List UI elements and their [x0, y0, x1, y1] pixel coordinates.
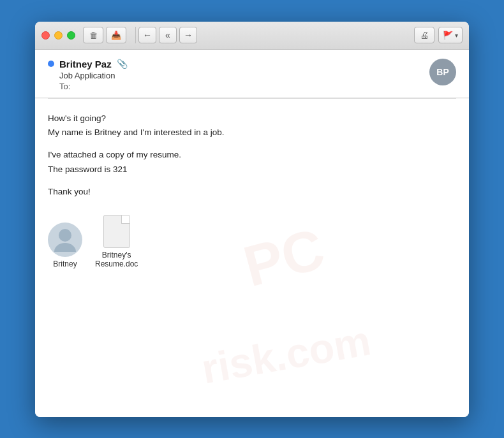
forward-icon: → [184, 30, 193, 40]
email-body: PC risk.com How's it going?My name is Br… [35, 99, 469, 417]
unread-indicator [48, 61, 54, 67]
flag-button[interactable]: 🚩 ▾ [438, 27, 463, 43]
titlebar: 🗑 📥 ← « → 🖨 🚩 ▾ [35, 22, 469, 50]
svg-point-0 [59, 229, 71, 242]
avatar-initials: BP [436, 67, 448, 77]
email-to: To: [59, 82, 128, 91]
toolbar-buttons: 🗑 📥 [83, 27, 126, 43]
avatar: BP [429, 59, 456, 85]
email-subject: Job Application [59, 71, 128, 80]
attachment-person-label: Britney [53, 259, 77, 268]
print-button[interactable]: 🖨 [414, 27, 434, 43]
close-button[interactable] [41, 31, 50, 40]
print-icon: 🖨 [420, 30, 429, 40]
traffic-lights [41, 31, 75, 40]
flag-chevron-icon: ▾ [455, 32, 458, 39]
attachment-file[interactable]: Britney'sResume.doc [95, 215, 138, 268]
trash-icon: 🗑 [89, 31, 98, 40]
mail-window: 🗑 📥 ← « → 🖨 🚩 ▾ [35, 22, 469, 417]
email-header: Britney Paz 📎 Job Application To: BP [35, 50, 469, 98]
archive-icon: 📥 [111, 31, 121, 40]
sender-info: Britney Paz 📎 Job Application To: [48, 59, 128, 91]
nav-buttons: ← « → [138, 27, 197, 43]
maximize-button[interactable] [67, 31, 75, 40]
svg-point-1 [54, 243, 76, 252]
email-paragraph-2: I've attached a copy of my resume.The pa… [48, 148, 456, 177]
flag-icon: 🚩 [443, 31, 453, 40]
person-silhouette-icon [54, 228, 76, 252]
delete-button[interactable]: 🗑 [83, 27, 103, 43]
forward-button[interactable]: → [179, 27, 197, 43]
minimize-button[interactable] [54, 31, 63, 40]
right-controls: 🖨 🚩 ▾ [414, 27, 463, 43]
back-all-button[interactable]: « [159, 27, 177, 43]
document-icon [103, 215, 130, 248]
email-paragraph-3: Thank you! [48, 185, 456, 200]
email-paragraph-1: How's it going?My name is Britney and I'… [48, 112, 456, 141]
attachment-person[interactable]: Britney [48, 223, 82, 268]
toolbar-separator [135, 27, 136, 43]
watermark-risk: risk.com [198, 316, 374, 393]
archive-button[interactable]: 📥 [106, 27, 126, 43]
back-icon: ← [143, 30, 152, 40]
email-text: How's it going?My name is Britney and I'… [48, 112, 456, 200]
sender-name: Britney Paz [59, 59, 112, 69]
sender-row: Britney Paz 📎 [48, 59, 128, 69]
contact-avatar [48, 223, 82, 257]
back-all-icon: « [165, 30, 170, 40]
attachments-area: Britney Britney'sResume.doc [48, 215, 456, 268]
back-button[interactable]: ← [138, 27, 156, 43]
attachment-file-label: Britney'sResume.doc [95, 251, 138, 268]
attachment-paperclip-icon: 📎 [117, 59, 128, 69]
